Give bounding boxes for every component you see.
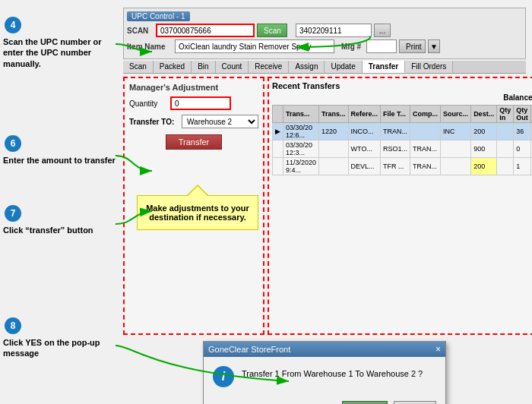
cell-comp: INC — [441, 123, 471, 140]
cell-trans2: DEVL... — [348, 158, 381, 175]
popup-body: i Transfer 1 From Warehouse 1 To Warehou… — [204, 357, 445, 396]
recent-transfers-title: Recent Transfers — [272, 81, 532, 90]
callout-text: Make adjustments to your destination if … — [146, 204, 249, 222]
recent-transfers-panel: Recent Transfers Balance Forward : 0 Tra… — [268, 77, 532, 335]
cell-qty-in: 36 — [514, 123, 531, 140]
tab-transfer[interactable]: Transfer — [363, 61, 405, 73]
manager-adjustment-panel: Manager's Adjustment Quantity Transfer T… — [123, 77, 264, 335]
quantity-label: Quantity — [129, 99, 167, 108]
popup-message: Transfer 1 From Warehouse 1 To Warehouse… — [242, 366, 423, 378]
tab-scan[interactable]: Scan — [123, 61, 154, 73]
table-row[interactable]: 11/3/2020 9:4... DEVL... TFR ... TRAN...… — [273, 158, 533, 175]
step7-text: Click “transfer” button — [3, 225, 117, 235]
transfer-button[interactable]: Transfer — [166, 134, 223, 150]
cell-ref: RSO1... — [381, 140, 410, 158]
popup-window: GoneClear StoreFront × i Transfer 1 From… — [203, 341, 446, 404]
cell-trans1 — [319, 140, 349, 158]
cell-file: TRAN... — [410, 158, 441, 175]
popup-close-button[interactable]: × — [435, 344, 441, 355]
item-name-input[interactable] — [175, 39, 334, 53]
popup-title: GoneClear StoreFront — [208, 345, 290, 354]
tab-assign[interactable]: Assign — [289, 61, 325, 73]
col-header-date — [273, 106, 283, 123]
transfer-to-row: Transfer TO: Warehouse 2 — [129, 115, 258, 128]
tab-bin[interactable]: Bin — [192, 61, 215, 73]
cell-ref: TRAN... — [381, 123, 410, 140]
cell-source: 900 — [471, 140, 497, 158]
scan-button[interactable]: Scan — [257, 24, 287, 37]
scan-row: SCAN Scan ... — [127, 24, 522, 37]
print-dropdown-button[interactable]: ▼ — [428, 39, 440, 53]
cell-trans2: INCO... — [348, 123, 381, 140]
col-header-trans2: Trans... — [319, 106, 349, 123]
content-split: Manager's Adjustment Quantity Transfer T… — [123, 77, 526, 335]
browse-button[interactable]: ... — [374, 24, 391, 37]
main-area: UPC Control - 1 SCAN Scan ... Item Name … — [123, 8, 526, 402]
cell-source: 200 — [471, 123, 497, 140]
col-header-comp: Comp... — [410, 106, 441, 123]
quantity-row: Quantity — [129, 96, 258, 110]
step6-bubble: 6 — [5, 135, 21, 152]
cell-source: 200 — [471, 158, 497, 175]
tab-receive[interactable]: Receive — [249, 61, 289, 73]
upc-row: UPC Control - 1 — [127, 11, 522, 21]
col-header-file: File T... — [381, 106, 410, 123]
table-row[interactable]: ▶ 03/30/20 12:6... 1220 INCO... TRAN... … — [273, 123, 533, 140]
cell-trans2: WTO... — [348, 140, 381, 158]
step4-text: Scan the UPC number or enter the UPC num… — [3, 36, 117, 69]
popup-no-button[interactable]: No — [394, 401, 436, 404]
cell-file — [410, 123, 441, 140]
col-header-trans1: Trans... — [283, 106, 319, 123]
item-name-row: Item Name Mfg # Print ▼ — [127, 39, 522, 53]
transfer-to-label: Transfer TO: — [129, 118, 179, 126]
step8-text: Click YES on the pop-up message — [3, 337, 117, 359]
cell-dest — [497, 158, 514, 175]
col-header-dest: Dest... — [471, 106, 497, 123]
popup-yes-button[interactable]: Yes — [342, 401, 388, 404]
cell-comp — [441, 140, 471, 158]
col-header-ref: Refere... — [348, 106, 381, 123]
cell-arrow — [273, 140, 283, 158]
upc-badge: UPC Control - 1 — [127, 11, 190, 21]
tab-packed[interactable]: Packed — [154, 61, 192, 73]
field2-input[interactable] — [296, 24, 372, 37]
step4-bubble: 4 — [5, 17, 21, 33]
tab-update[interactable]: Update — [325, 61, 362, 73]
transfers-table: Trans... Trans... Refere... File T... Co… — [272, 105, 532, 175]
col-header-qty-out: Qty Out — [514, 106, 531, 123]
balance-forward: Balance Forward : 0 — [272, 93, 532, 102]
cell-ref: TFR ... — [381, 158, 410, 175]
cell-dest — [497, 140, 514, 158]
cell-trans1: 1220 — [319, 123, 349, 140]
tab-count[interactable]: Count — [216, 61, 249, 73]
mfg-input[interactable] — [366, 39, 397, 53]
tab-bar: Scan Packed Bin Count Receive Assign Upd… — [123, 61, 526, 74]
cell-dest — [497, 123, 514, 140]
scan-input[interactable] — [156, 24, 255, 37]
mfg-label: Mfg # — [341, 43, 364, 51]
step6-text: Enter the amount to transfer — [3, 155, 117, 166]
tab-fill-orders[interactable]: Fill Orders — [405, 61, 453, 73]
col-header-qty-in: Qty In — [497, 106, 514, 123]
step7-bubble: 7 — [5, 205, 21, 222]
cell-date: 03/30/20 12:3... — [283, 140, 319, 158]
callout-box: Make adjustments to your destination if … — [137, 195, 258, 230]
cell-comp — [441, 158, 471, 175]
popup-titlebar: GoneClear StoreFront × — [204, 342, 445, 357]
form-area: UPC Control - 1 SCAN Scan ... Item Name … — [123, 8, 526, 59]
popup-buttons: Yes No — [204, 396, 445, 404]
scan-label: SCAN — [127, 27, 154, 35]
popup-container: GoneClear StoreFront × i Transfer 1 From… — [123, 341, 526, 404]
table-row[interactable]: 03/30/20 12:3... WTO... RSO1... TRAN... … — [273, 140, 533, 158]
cell-trans1 — [319, 158, 349, 175]
cell-qty-in: 0 — [514, 140, 531, 158]
cell-arrow — [273, 158, 283, 175]
cell-qty-in: 1 — [514, 158, 531, 175]
manager-adjustment-title: Manager's Adjustment — [129, 83, 258, 92]
quantity-input[interactable] — [170, 96, 231, 110]
print-button[interactable]: Print — [399, 39, 426, 53]
transfer-to-select[interactable]: Warehouse 2 — [182, 115, 258, 128]
cell-date: 03/30/20 12:6... — [283, 123, 319, 140]
cell-arrow: ▶ — [273, 123, 283, 140]
info-icon: i — [213, 366, 234, 387]
